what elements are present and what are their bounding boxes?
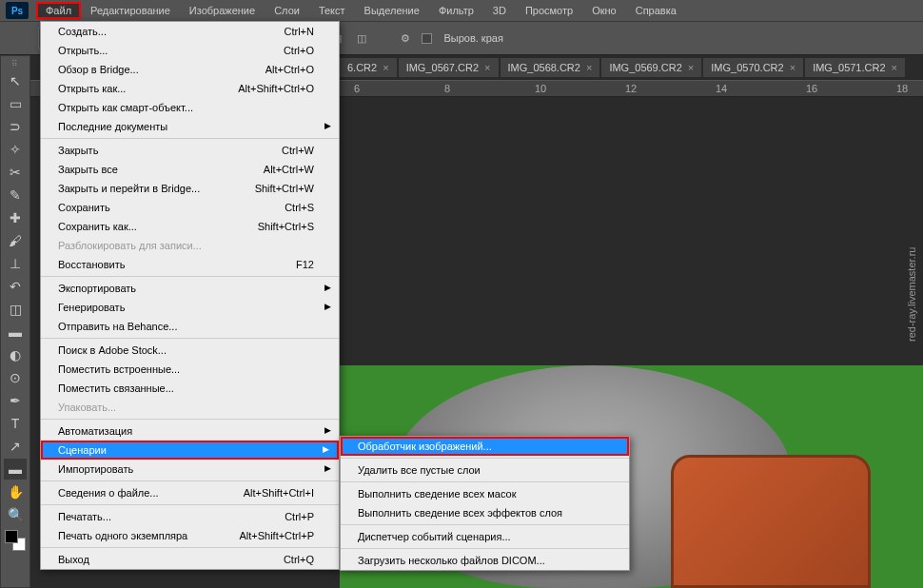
menu-3d[interactable]: 3D xyxy=(483,2,516,19)
document-tab[interactable]: IMG_0571.CR2× xyxy=(805,58,905,77)
menu-item[interactable]: Сохранить как...Shift+Ctrl+S xyxy=(41,217,339,236)
submenu-item[interactable]: Обработчик изображений... xyxy=(341,437,629,456)
menu-item[interactable]: ВосстановитьF12 xyxy=(41,255,339,274)
document-tab[interactable]: 6.CR2× xyxy=(340,58,397,77)
close-icon[interactable]: × xyxy=(688,62,694,73)
foreground-color[interactable] xyxy=(5,530,18,543)
menu-separator xyxy=(341,548,629,549)
move-tool[interactable]: ↖ xyxy=(4,70,27,91)
menu-item[interactable]: Экспортировать▶ xyxy=(41,279,339,298)
align-icon-3[interactable]: ◫ xyxy=(353,29,370,47)
healing-brush-tool[interactable]: ✚ xyxy=(4,207,27,228)
brush-tool[interactable]: 🖌 xyxy=(4,230,27,251)
ruler-mark: 6 xyxy=(354,83,360,94)
menu-выделение[interactable]: Выделение xyxy=(355,2,429,19)
photoshop-icon: Ps xyxy=(6,2,29,19)
menu-фильтр[interactable]: Фильтр xyxy=(429,2,483,19)
type-tool[interactable]: T xyxy=(4,413,27,434)
menu-редактирование[interactable]: Редактирование xyxy=(81,2,180,19)
gear-icon[interactable]: ⚙ xyxy=(397,29,414,47)
menu-item[interactable]: СохранитьCtrl+S xyxy=(41,198,339,217)
menu-item[interactable]: Открыть как...Alt+Shift+Ctrl+O xyxy=(41,79,339,98)
menu-item[interactable]: Обзор в Bridge...Alt+Ctrl+O xyxy=(41,60,339,79)
submenu-item[interactable]: Выполнить сведение всех масок xyxy=(341,484,629,503)
pen-tool[interactable]: ✒ xyxy=(4,390,27,411)
document-tab[interactable]: IMG_0568.CR2× xyxy=(501,58,600,77)
close-icon[interactable]: × xyxy=(892,62,897,73)
menu-separator xyxy=(341,458,629,459)
close-icon[interactable]: × xyxy=(790,62,795,73)
menu-separator xyxy=(41,419,339,420)
document-tab[interactable]: IMG_0567.CR2× xyxy=(399,58,499,77)
menu-item[interactable]: Отправить на Behance... xyxy=(41,317,339,336)
gradient-tool[interactable]: ▬ xyxy=(4,322,27,343)
submenu-item[interactable]: Загрузить несколько файлов DICOM... xyxy=(341,551,629,570)
menu-item[interactable]: Автоматизация▶ xyxy=(41,421,339,441)
lasso-tool[interactable]: ⊃ xyxy=(4,116,27,137)
menu-separator xyxy=(41,480,339,481)
ruler-mark: 12 xyxy=(625,83,637,94)
menu-item[interactable]: ВыходCtrl+Q xyxy=(41,550,339,569)
panel-handle-icon[interactable]: ⠿ xyxy=(2,60,29,68)
menu-файл[interactable]: Файл xyxy=(36,2,81,19)
align-edges-checkbox[interactable] xyxy=(422,33,432,44)
eraser-tool[interactable]: ◫ xyxy=(4,299,27,320)
blur-tool[interactable]: ◐ xyxy=(4,344,27,365)
menu-просмотр[interactable]: Просмотр xyxy=(516,2,582,19)
menu-item[interactable]: Последние документы▶ xyxy=(41,117,339,136)
rectangle-tool[interactable]: ▬ xyxy=(4,459,27,480)
align-edges-label: Выров. края xyxy=(443,32,502,44)
menu-item[interactable]: Открыть как смарт-объект... xyxy=(41,98,339,117)
menu-item[interactable]: Сведения о файле...Alt+Shift+Ctrl+I xyxy=(41,483,339,502)
close-icon[interactable]: × xyxy=(383,62,388,73)
zoom-tool[interactable]: 🔍 xyxy=(4,504,27,525)
menu-item[interactable]: Импортировать▶ xyxy=(41,460,339,479)
menu-item: Разблокировать для записи... xyxy=(41,236,339,255)
submenu-item[interactable]: Диспетчер событий сценария... xyxy=(341,527,629,546)
color-swatches[interactable] xyxy=(5,530,26,551)
submenu-item[interactable]: Удалить все пустые слои xyxy=(341,461,629,480)
menu-separator xyxy=(341,481,629,482)
menu-item[interactable]: Закрыть и перейти в Bridge...Shift+Ctrl+… xyxy=(41,179,339,198)
menu-item[interactable]: Открыть...Ctrl+O xyxy=(41,41,339,60)
menu-item[interactable]: Печатать...Ctrl+P xyxy=(41,507,339,526)
menu-изображение[interactable]: Изображение xyxy=(180,2,265,19)
document-tab[interactable]: IMG_0569.CR2× xyxy=(601,58,701,77)
menu-окно[interactable]: Окно xyxy=(582,2,626,19)
menu-item[interactable]: Поиск в Adobe Stock... xyxy=(41,341,339,360)
close-icon[interactable]: × xyxy=(484,62,490,73)
ruler-mark: 8 xyxy=(444,83,450,94)
menubar: Ps ФайлРедактированиеИзображениеСлоиТекс… xyxy=(0,0,923,21)
menu-справка[interactable]: Справка xyxy=(626,2,686,19)
document-tab[interactable]: IMG_0570.CR2× xyxy=(703,58,803,77)
file-menu-dropdown: Создать...Ctrl+NОткрыть...Ctrl+OОбзор в … xyxy=(40,21,340,570)
menu-item[interactable]: Сценарии▶ xyxy=(41,441,339,460)
magic-wand-tool[interactable]: ✧ xyxy=(4,139,27,160)
menu-item[interactable]: Закрыть всеAlt+Ctrl+W xyxy=(41,160,339,179)
history-brush-tool[interactable]: ↶ xyxy=(4,276,27,297)
dodge-tool[interactable]: ⊙ xyxy=(4,367,27,388)
menu-текст[interactable]: Текст xyxy=(309,2,355,19)
menu-item[interactable]: Генерировать▶ xyxy=(41,298,339,317)
image-bag xyxy=(671,455,871,588)
eyedropper-tool[interactable]: ✎ xyxy=(4,185,27,206)
tools-panel: ⠿ ↖ ▭ ⊃ ✧ ✂ ✎ ✚ 🖌 ⊥ ↶ ◫ ▬ ◐ ⊙ ✒ T ↗ ▬ ✋ … xyxy=(0,55,30,588)
watermark: red-ray.livemaster.ru xyxy=(904,0,919,588)
menu-separator xyxy=(41,547,339,548)
close-icon[interactable]: × xyxy=(586,62,592,73)
menu-item[interactable]: ЗакрытьCtrl+W xyxy=(41,141,339,160)
menu-слои[interactable]: Слои xyxy=(265,2,309,19)
submenu-item[interactable]: Выполнить сведение всех эффектов слоя xyxy=(341,503,629,522)
path-selection-tool[interactable]: ↗ xyxy=(4,436,27,457)
crop-tool[interactable]: ✂ xyxy=(4,162,27,183)
menu-item[interactable]: Создать...Ctrl+N xyxy=(41,22,339,41)
menu-item[interactable]: Поместить встроенные... xyxy=(41,360,339,379)
menu-item[interactable]: Печать одного экземпляраAlt+Shift+Ctrl+P xyxy=(41,526,339,545)
menu-separator xyxy=(341,524,629,525)
clone-stamp-tool[interactable]: ⊥ xyxy=(4,253,27,274)
menu-separator xyxy=(41,276,339,277)
ruler-mark: 10 xyxy=(535,83,546,94)
menu-item[interactable]: Поместить связанные... xyxy=(41,379,339,398)
hand-tool[interactable]: ✋ xyxy=(4,481,27,502)
marquee-tool[interactable]: ▭ xyxy=(4,93,27,114)
